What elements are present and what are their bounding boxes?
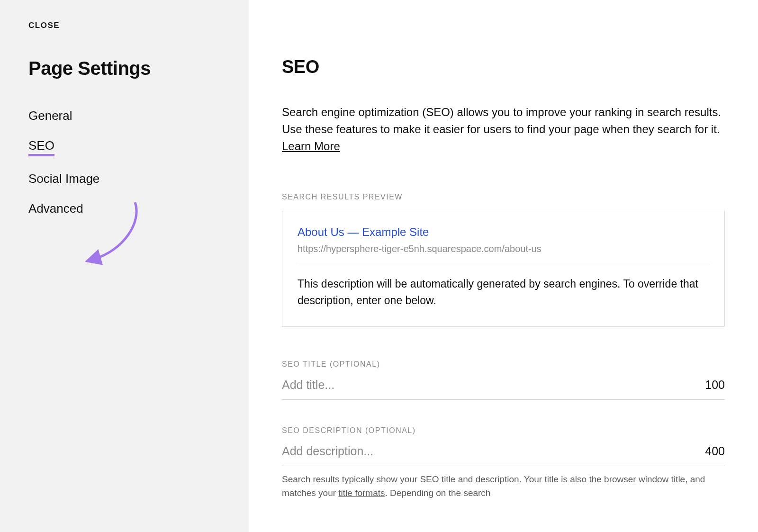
preview-url: https://hypersphere-tiger-e5nh.squarespa… (298, 243, 709, 265)
seo-description-field-group: SEO DESCRIPTION (OPTIONAL) 400 Search re… (282, 426, 725, 500)
sidebar: CLOSE Page Settings General SEO Social I… (0, 0, 249, 532)
sidebar-title: Page Settings (28, 58, 220, 79)
intro-copy: Search engine optimization (SEO) allows … (282, 106, 721, 135)
sidebar-item-social-image[interactable]: Social Image (28, 171, 99, 186)
main-panel: SEO Search engine optimization (SEO) all… (249, 0, 758, 532)
seo-title-input[interactable] (282, 378, 705, 392)
seo-title-label: SEO TITLE (OPTIONAL) (282, 360, 725, 369)
title-formats-link[interactable]: title formats (338, 488, 385, 498)
search-results-preview-label: SEARCH RESULTS PREVIEW (282, 193, 725, 201)
help-text-after: . Depending on the search (385, 488, 491, 498)
seo-description-help-text: Search results typically show your SEO t… (282, 473, 725, 500)
seo-title-char-count: 100 (705, 378, 725, 392)
sidebar-item-general[interactable]: General (28, 108, 72, 123)
seo-title-field-group: SEO TITLE (OPTIONAL) 100 (282, 360, 725, 400)
preview-description: This description will be automatically g… (298, 276, 709, 308)
close-button[interactable]: CLOSE (28, 21, 220, 30)
search-results-preview-box: About Us — Example Site https://hypersph… (282, 211, 725, 327)
page-title: SEO (282, 57, 725, 77)
seo-description-input[interactable] (282, 444, 705, 458)
sidebar-item-seo[interactable]: SEO (28, 138, 54, 156)
sidebar-item-advanced[interactable]: Advanced (28, 201, 83, 216)
learn-more-link[interactable]: Learn More (282, 140, 340, 153)
seo-description-label: SEO DESCRIPTION (OPTIONAL) (282, 426, 725, 435)
preview-title: About Us — Example Site (298, 225, 709, 239)
seo-description-char-count: 400 (705, 444, 725, 458)
intro-text: Search engine optimization (SEO) allows … (282, 104, 725, 155)
